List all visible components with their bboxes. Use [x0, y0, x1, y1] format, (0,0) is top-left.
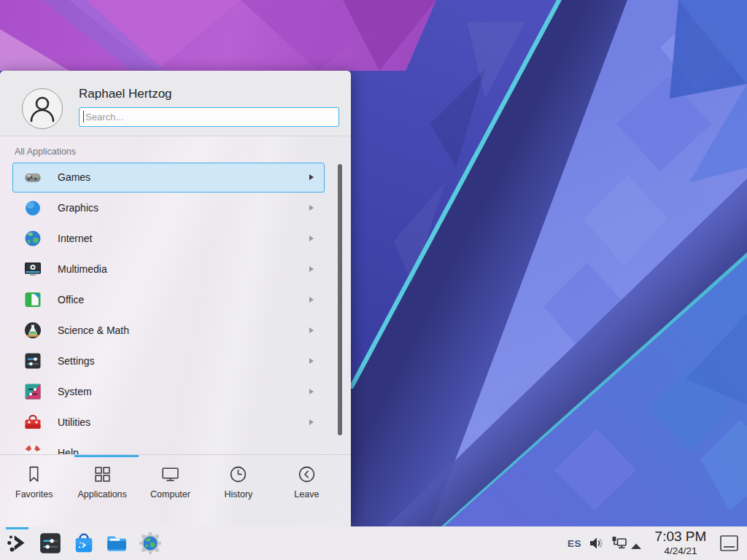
clock-date: 4/24/21	[648, 545, 713, 557]
category-row-help[interactable]: Help	[0, 438, 337, 454]
submenu-arrow-icon	[309, 205, 314, 211]
graphics-icon	[23, 198, 42, 217]
text-caret	[83, 111, 84, 122]
category-label: Internet	[58, 233, 92, 244]
kickoff-icon	[6, 532, 29, 555]
expand-tray-button[interactable]	[630, 540, 642, 547]
applications-icon	[93, 464, 112, 484]
volume-tray-item[interactable]	[588, 535, 604, 551]
tab-favorites[interactable]: Favorites	[0, 464, 68, 511]
category-row-graphics[interactable]: Graphics	[0, 192, 337, 223]
user-icon	[23, 89, 62, 128]
leave-icon	[297, 464, 317, 484]
office-icon	[23, 290, 42, 309]
submenu-arrow-icon	[309, 327, 314, 333]
category-label: Help	[58, 447, 79, 454]
network-wired-icon	[610, 535, 627, 551]
expand-tray-icon	[630, 542, 642, 550]
search-input[interactable]	[79, 107, 339, 127]
system-icon	[23, 382, 42, 401]
tab-computer[interactable]: Computer	[136, 464, 204, 511]
category-row-settings[interactable]: Settings	[0, 346, 337, 376]
category-row-system[interactable]: System	[0, 376, 337, 407]
dolphin-button[interactable]	[105, 532, 128, 555]
tab-label: Favorites	[15, 489, 53, 499]
category-row-internet[interactable]: Internet	[0, 223, 337, 254]
keyboard-layout-indicator[interactable]: ES	[568, 538, 581, 549]
category-row-office[interactable]: Office	[0, 284, 337, 315]
network-tray-item[interactable]	[610, 535, 627, 551]
submenu-arrow-icon	[309, 297, 314, 303]
category-row-games[interactable]: Games	[0, 162, 337, 192]
category-label: System	[58, 386, 92, 397]
active-tab-indicator	[74, 455, 139, 457]
history-icon	[228, 464, 248, 484]
category-label: Utilities	[58, 416, 90, 428]
category-label: Games	[58, 171, 90, 183]
submenu-arrow-icon	[309, 266, 314, 272]
category-label: Science & Math	[58, 324, 129, 336]
category-label: Graphics	[58, 202, 98, 214]
tab-applications[interactable]: Applications	[68, 464, 136, 511]
dolphin-icon	[105, 532, 128, 555]
show-desktop-button[interactable]	[719, 534, 739, 552]
application-launcher-menu: Raphael Hertzog All Applications Games G…	[0, 71, 351, 526]
computer-icon	[160, 464, 180, 484]
discover-icon	[72, 532, 96, 555]
tabbar-separator	[0, 454, 351, 455]
internet-icon	[23, 229, 42, 248]
user-avatar[interactable]	[22, 88, 63, 129]
submenu-arrow-icon	[309, 389, 314, 394]
system-settings-icon	[39, 532, 62, 555]
category-label: Office	[58, 294, 84, 306]
tab-label: History	[224, 489, 252, 499]
submenu-arrow-icon	[309, 419, 314, 425]
settings-icon	[23, 351, 42, 370]
category-label: Settings	[58, 355, 95, 367]
show-desktop-icon	[719, 534, 739, 552]
clock-time: 7:03 PM	[648, 528, 713, 545]
section-label: All Applications	[15, 147, 76, 157]
submenu-arrow-icon	[309, 236, 314, 241]
web-browser-button[interactable]	[139, 532, 162, 555]
application-launcher-button[interactable]	[6, 532, 29, 555]
digital-clock[interactable]: 7:03 PM 4/24/21	[648, 528, 713, 557]
multimedia-icon	[23, 260, 42, 279]
favorites-icon	[24, 464, 44, 484]
system-settings-button[interactable]	[39, 532, 62, 555]
submenu-arrow-icon	[309, 174, 314, 180]
category-row-science[interactable]: Science & Math	[0, 315, 337, 346]
games-icon	[23, 168, 42, 187]
tab-leave[interactable]: Leave	[273, 464, 341, 511]
tab-label: Computer	[150, 489, 190, 499]
volume-icon	[588, 535, 604, 551]
user-name: Raphael Hertzog	[79, 87, 172, 101]
submenu-arrow-icon	[309, 358, 314, 364]
category-row-utilities[interactable]: Utilities	[0, 407, 337, 438]
tab-history[interactable]: History	[204, 464, 272, 511]
utilities-icon	[23, 413, 42, 432]
active-task-indicator	[6, 527, 28, 529]
tab-label: Leave	[294, 489, 319, 499]
globe-gear-icon	[139, 532, 162, 555]
tab-label: Applications	[77, 489, 126, 499]
science-icon	[23, 321, 42, 340]
category-row-multimedia[interactable]: Multimedia	[0, 254, 337, 284]
launcher-tabbar: Favorites Applications Computer	[0, 464, 341, 511]
category-label: Multimedia	[58, 263, 107, 275]
discover-button[interactable]	[72, 532, 96, 555]
scrollbar-handle[interactable]	[338, 164, 342, 435]
help-icon	[23, 443, 42, 454]
taskbar: ES 7:03 PM 4/24/21	[0, 526, 747, 560]
